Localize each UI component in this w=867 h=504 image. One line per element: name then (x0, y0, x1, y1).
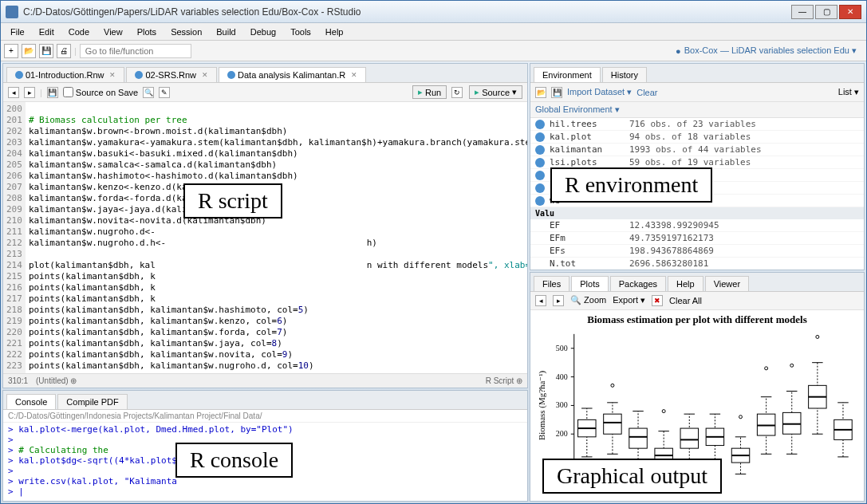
new-file-icon[interactable]: + (4, 44, 18, 58)
close-tab-icon[interactable]: ✕ (351, 71, 357, 79)
tab-files[interactable]: Files (534, 276, 569, 291)
menu-plots[interactable]: Plots (131, 26, 163, 38)
tab-console[interactable]: Console (6, 394, 56, 409)
back-icon[interactable]: ◂ (8, 87, 19, 98)
data-icon (535, 196, 545, 206)
data-icon (535, 120, 545, 129)
svg-point-67 (816, 336, 819, 339)
menu-session[interactable]: Session (164, 26, 208, 38)
tab-compile-pdf[interactable]: Compile PDF (57, 394, 127, 409)
import-dataset-button[interactable]: Import Dataset ▾ (567, 87, 632, 97)
env-value-row[interactable]: EFs198.943678864869 (530, 245, 864, 258)
menu-tools[interactable]: Tools (284, 26, 317, 38)
source-button[interactable]: ▸Source ▾ (469, 85, 522, 99)
svg-text:500: 500 (556, 344, 568, 352)
tab-viewer[interactable]: Viewer (705, 276, 749, 291)
annotation-r-console: R console (175, 443, 293, 478)
list-view-button[interactable]: List ▾ (838, 87, 859, 97)
env-value-row[interactable]: EF12.43398.99290945 (530, 219, 864, 232)
annotation-graphical-output: Graphical output (542, 459, 722, 494)
save-icon[interactable]: 💾 (39, 44, 53, 58)
tab-history[interactable]: History (602, 67, 647, 82)
run-button[interactable]: ▸Run (412, 85, 447, 99)
env-value-row[interactable]: EFm49.7359197162173 (530, 232, 864, 245)
file-type: R Script ⊕ (486, 376, 522, 385)
main-toolbar: + 📂 💾 🖨 | Box-Cox — LiDAR variables sele… (1, 41, 866, 61)
minimize-button[interactable]: — (791, 5, 814, 19)
svg-text:300: 300 (556, 401, 568, 410)
svg-point-55 (765, 367, 768, 370)
plot-title: Biomass estimation per plot with differe… (530, 313, 864, 326)
menubar: FileEditCodeViewPlotsSessionBuildDebugTo… (1, 23, 866, 41)
env-data-row[interactable]: hil.trees716 obs. of 23 variables (530, 118, 864, 131)
data-icon (535, 158, 545, 167)
svg-text:200: 200 (556, 429, 568, 438)
environment-pane: Environment History 📂 💾 Import Dataset ▾… (530, 63, 865, 270)
project-selector[interactable]: Box-Cox — LiDAR variables selection Edu … (669, 44, 863, 57)
open-file-icon[interactable]: 📂 (22, 44, 36, 58)
console-working-dir: C:/D-Datos/Göttingen/Indonesia Projects/… (3, 410, 527, 423)
svg-point-22 (611, 384, 614, 388)
source-tab[interactable]: 02-SRS.Rnw✕ (126, 67, 217, 82)
source-tab[interactable]: 01-Introduction.Rnw✕ (6, 67, 124, 82)
svg-point-49 (739, 415, 743, 419)
close-button[interactable]: ✕ (839, 5, 861, 19)
menu-file[interactable]: File (4, 26, 31, 38)
source-on-save-checkbox[interactable]: Source on Save (63, 87, 138, 97)
forward-icon[interactable]: ▸ (24, 87, 35, 98)
svg-text:400: 400 (556, 372, 568, 381)
clear-all-button[interactable]: Clear All (669, 296, 702, 305)
svg-rect-37 (680, 428, 698, 448)
zoom-button[interactable]: 🔍 Zoom (570, 295, 606, 305)
svg-text:Biomass (Mg?ha⁻¹): Biomass (Mg?ha⁻¹) (537, 371, 547, 441)
annotation-r-script: R script (183, 183, 282, 219)
close-tab-icon[interactable]: ✕ (109, 71, 116, 79)
menu-help[interactable]: Help (319, 26, 350, 38)
menu-build[interactable]: Build (210, 26, 242, 38)
svg-point-33 (662, 410, 665, 413)
tab-environment[interactable]: Environment (534, 67, 601, 82)
close-tab-icon[interactable]: ✕ (202, 71, 208, 79)
clear-env-button[interactable]: Clear (636, 88, 657, 97)
tab-help[interactable]: Help (668, 276, 703, 291)
cursor-position: 310:1 (8, 376, 28, 385)
rerun-icon[interactable]: ↻ (451, 87, 463, 98)
next-plot-icon[interactable]: ▸ (553, 295, 564, 306)
tab-packages[interactable]: Packages (610, 276, 666, 291)
menu-code[interactable]: Code (62, 26, 96, 38)
annotation-r-environment: R environment (550, 167, 712, 203)
find-icon[interactable]: 🔍 (143, 87, 154, 98)
save-source-icon[interactable]: 💾 (47, 87, 58, 98)
load-workspace-icon[interactable]: 📂 (535, 87, 546, 98)
data-icon (535, 183, 545, 193)
wand-icon[interactable]: ✎ (159, 87, 170, 98)
file-icon (15, 71, 23, 79)
source-pane: 01-Introduction.Rnw✕02-SRS.Rnw✕Data anal… (2, 63, 528, 388)
titlebar: C:/D-Datos/Göttingen/Papers/LiDAR variab… (1, 1, 866, 23)
env-scope-selector[interactable]: Global Environment ▾ (535, 104, 620, 115)
export-button[interactable]: Export ▾ (613, 295, 645, 305)
prev-plot-icon[interactable]: ◂ (535, 295, 546, 306)
env-data-row[interactable]: kal.plot94 obs. of 18 variables (530, 131, 864, 144)
remove-plot-icon[interactable]: ✖ (652, 295, 663, 306)
menu-edit[interactable]: Edit (33, 26, 61, 38)
svg-point-61 (790, 364, 794, 367)
source-tabs: 01-Introduction.Rnw✕02-SRS.Rnw✕Data anal… (3, 64, 527, 83)
save-workspace-icon[interactable]: 💾 (551, 87, 562, 98)
svg-rect-26 (629, 428, 647, 448)
env-data-row[interactable]: kalimantan1993 obs. of 44 variables (530, 144, 864, 156)
tab-plots[interactable]: Plots (571, 276, 608, 291)
code-editor[interactable]: 2002012022032042052062072082092102112122… (3, 102, 527, 373)
file-icon (135, 71, 143, 79)
rstudio-icon (6, 6, 18, 18)
file-icon (227, 71, 235, 79)
env-value-row[interactable]: N.tot2696.5863280181 (530, 258, 864, 270)
print-icon[interactable]: 🖨 (57, 44, 71, 58)
data-icon (535, 171, 545, 180)
goto-input[interactable] (80, 44, 191, 58)
menu-debug[interactable]: Debug (244, 26, 282, 38)
source-tab[interactable]: Data analysis Kalimantan.R✕ (219, 67, 366, 82)
window-title: C:/D-Datos/Göttingen/Papers/LiDAR variab… (23, 6, 791, 18)
menu-view[interactable]: View (97, 26, 129, 38)
maximize-button[interactable]: ▢ (815, 5, 837, 19)
